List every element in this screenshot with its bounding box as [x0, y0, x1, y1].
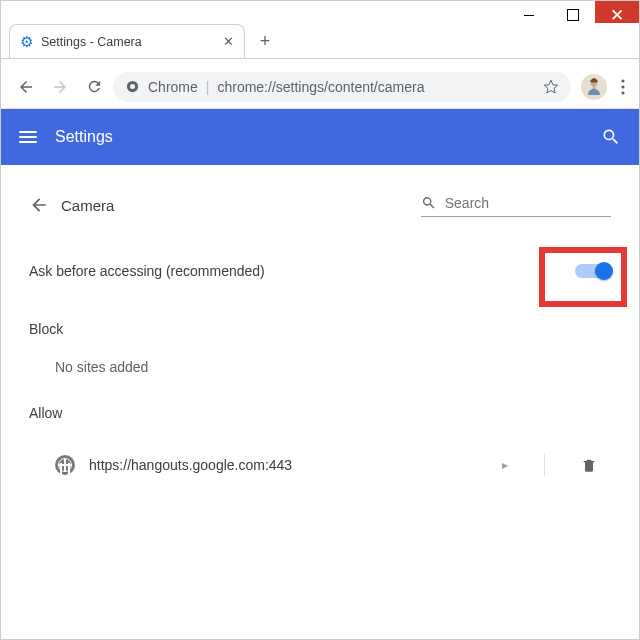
kebab-icon	[621, 79, 625, 95]
content-search-input[interactable]	[445, 195, 611, 211]
avatar-icon	[582, 75, 606, 99]
separator: |	[206, 79, 210, 95]
site-url: https://hangouts.google.com:443	[89, 457, 488, 473]
new-tab-button[interactable]: +	[251, 27, 279, 55]
search-icon	[421, 194, 437, 212]
arrow-left-icon	[29, 195, 49, 215]
gear-icon: ⚙	[20, 33, 33, 51]
setting-label: Ask before accessing (recommended)	[29, 263, 265, 279]
search-icon	[601, 127, 621, 147]
close-icon[interactable]: ✕	[223, 34, 234, 49]
trash-icon	[581, 456, 597, 474]
svg-point-4	[621, 79, 624, 82]
separator	[544, 454, 545, 476]
browser-toolbar: Chrome | chrome://settings/content/camer…	[1, 65, 639, 109]
block-section-header: Block	[29, 321, 611, 337]
reload-icon	[86, 78, 103, 95]
back-to-content-button[interactable]	[29, 195, 49, 215]
header-search-button[interactable]	[601, 127, 621, 147]
address-bar[interactable]: Chrome | chrome://settings/content/camer…	[113, 72, 571, 102]
svg-rect-3	[593, 85, 596, 89]
hamburger-menu-button[interactable]	[19, 131, 37, 143]
settings-content: Camera Ask before accessing (recommended…	[1, 165, 639, 507]
globe-icon	[55, 455, 75, 475]
delete-site-button[interactable]	[581, 456, 597, 474]
arrow-left-icon	[17, 78, 35, 96]
reload-button[interactable]	[79, 72, 109, 102]
block-empty-text: No sites added	[29, 359, 611, 375]
profile-avatar[interactable]	[581, 74, 607, 100]
page-subheader: Camera	[29, 185, 611, 225]
chrome-icon	[125, 79, 140, 94]
forward-button	[45, 72, 75, 102]
tab-title: Settings - Camera	[41, 35, 215, 49]
arrow-right-icon	[51, 78, 69, 96]
back-button[interactable]	[11, 72, 41, 102]
browser-menu-button[interactable]	[617, 79, 629, 95]
toggle-knob	[595, 262, 613, 280]
page-title: Camera	[61, 197, 114, 214]
bookmark-star-icon[interactable]	[543, 79, 559, 95]
chevron-right-icon[interactable]: ▸	[502, 458, 508, 472]
svg-point-6	[621, 91, 624, 94]
url-text: chrome://settings/content/camera	[217, 79, 535, 95]
ask-before-accessing-toggle[interactable]	[575, 264, 611, 278]
svg-point-5	[621, 85, 624, 88]
scheme-label: Chrome	[148, 79, 198, 95]
content-search[interactable]	[421, 194, 611, 217]
allow-section-header: Allow	[29, 405, 611, 421]
svg-point-1	[130, 84, 135, 89]
browser-tab-active[interactable]: ⚙ Settings - Camera ✕	[9, 24, 245, 58]
settings-title: Settings	[55, 128, 583, 146]
allow-site-row[interactable]: https://hangouts.google.com:443 ▸	[29, 443, 611, 487]
ask-before-accessing-row: Ask before accessing (recommended)	[29, 225, 611, 303]
settings-header: Settings	[1, 109, 639, 165]
browser-tabstrip: ⚙ Settings - Camera ✕ +	[1, 23, 639, 59]
